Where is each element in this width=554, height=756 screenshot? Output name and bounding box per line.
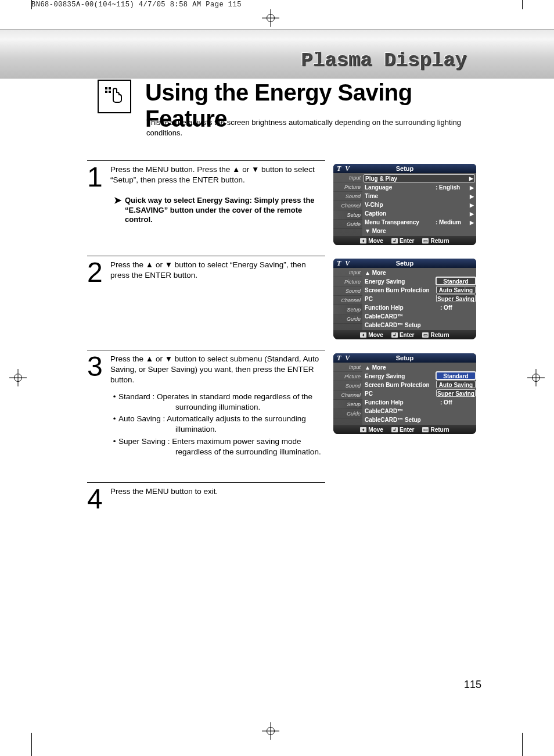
- osd-row[interactable]: CableCARD™ Setup: [362, 321, 476, 329]
- step-number: 2: [87, 257, 110, 285]
- svg-rect-0: [105, 87, 107, 89]
- header-subtitle: Plasma Display: [301, 49, 467, 71]
- osd-tab[interactable]: Sound: [333, 381, 362, 390]
- osd-option[interactable]: Super Saving: [436, 389, 476, 397]
- step-number: 1: [87, 162, 110, 189]
- osd-row[interactable]: ▼ More: [362, 227, 476, 235]
- footer-return: Return: [430, 238, 449, 244]
- osd-row[interactable]: Language: English▶: [362, 183, 476, 192]
- print-slug: BN68-00835A-00(104~115) 4/7/05 8:58 AM P…: [31, 0, 523, 9]
- updown-icon: ♦: [360, 332, 366, 338]
- header-banner: [0, 29, 554, 78]
- osd-row[interactable]: Time▶: [362, 192, 476, 200]
- updown-icon: ♦: [360, 427, 366, 432]
- osd-tab[interactable]: Guide: [333, 314, 362, 324]
- osd-row[interactable]: ▲ More: [362, 268, 476, 277]
- osd-row[interactable]: V-Chip▶: [362, 200, 476, 209]
- step-text: Press the MENU button to exit.: [110, 487, 218, 496]
- bullet-desc: Automatically adjusts to the surrounding…: [167, 414, 305, 433]
- osd-tab[interactable]: Channel: [333, 390, 362, 400]
- osd-side-tabs: Input Picture Sound Channel Setup Guide: [333, 363, 362, 425]
- osd-tab[interactable]: Picture: [333, 372, 362, 381]
- step-number: 3: [87, 352, 110, 379]
- osd-main: ▲ More Energy Saving: Screen Burn Protec…: [362, 268, 476, 330]
- bullet-label: Auto Saving: [118, 414, 161, 423]
- registration-mark: [9, 369, 27, 386]
- osd-row[interactable]: Plug & Play▶: [364, 174, 475, 182]
- crop-mark: [522, 733, 523, 756]
- svg-rect-3: [109, 91, 111, 93]
- footer-enter: Enter: [400, 332, 415, 338]
- osd-option[interactable]: Auto Saving: [436, 286, 476, 293]
- osd-footer: ♦Move ↲Enter ▭Return: [333, 425, 476, 434]
- enter-icon: ↲: [391, 332, 398, 338]
- osd-main: ▲ More Energy Saving: Screen Burn Protec…: [362, 363, 476, 425]
- osd-row[interactable]: Function Help: Off: [362, 303, 476, 312]
- osd-row[interactable]: CableCARD™: [362, 407, 476, 415]
- page-number: 115: [464, 679, 481, 691]
- enter-icon: ↲: [391, 427, 398, 432]
- osd-tab[interactable]: Sound: [333, 192, 362, 201]
- step-bullets: •Standard : Operates in standard mode re…: [110, 392, 322, 457]
- slug-text: BN68-00835A-00(104~115) 4/7/05 8:58 AM P…: [31, 1, 242, 9]
- step-text: Press the MENU button. Press the ▲ or ▼ …: [110, 165, 315, 184]
- osd-tab[interactable]: Setup: [333, 400, 362, 409]
- step-divider: [87, 160, 325, 161]
- registration-mark: [527, 369, 545, 386]
- registration-mark: [262, 9, 279, 27]
- osd-option[interactable]: Super Saving: [436, 295, 476, 302]
- page-intro: This feature adjusts the screen brightne…: [146, 117, 472, 138]
- footer-move: Move: [368, 238, 383, 244]
- step-divider: [87, 256, 325, 256]
- osd-tab[interactable]: Input: [333, 363, 362, 372]
- osd-side-tabs: Input Picture Sound Channel Setup Guide: [333, 268, 362, 330]
- osd-tab[interactable]: Channel: [333, 201, 362, 210]
- osd-tab[interactable]: Input: [333, 268, 362, 277]
- return-icon: ▭: [422, 427, 429, 432]
- osd-option[interactable]: Auto Saving: [436, 381, 476, 388]
- step-divider: [87, 482, 325, 483]
- bullet-desc: Enters maximum power saving mode regardl…: [172, 437, 321, 456]
- osd-side-tabs: Input Picture Sound Channel Setup Guide: [333, 173, 362, 236]
- osd-row[interactable]: Function Help: Off: [362, 398, 476, 407]
- osd-tab[interactable]: Input: [333, 173, 362, 182]
- updown-icon: ♦: [360, 238, 366, 243]
- footer-move: Move: [368, 427, 383, 433]
- osd-tab[interactable]: Setup: [333, 305, 362, 314]
- enter-icon: ↲: [391, 238, 398, 243]
- svg-rect-2: [105, 91, 107, 93]
- osd-titlebar: T V Setup: [333, 259, 476, 268]
- step-text: Press the ▲ or ▼ button to select “Energ…: [110, 260, 306, 280]
- step-divider: [87, 350, 325, 350]
- osd-row[interactable]: Caption▶: [362, 209, 476, 218]
- osd-tab[interactable]: Channel: [333, 296, 362, 305]
- osd-row[interactable]: CableCARD™: [362, 312, 476, 321]
- osd-main: Plug & Play▶ Language: English▶ Time▶ V-…: [362, 173, 476, 236]
- osd-titlebar: T V Setup: [333, 164, 476, 173]
- osd-tab[interactable]: Picture: [333, 277, 362, 286]
- feature-icon: [98, 80, 131, 113]
- osd-option[interactable]: Standard: [436, 372, 476, 379]
- osd-row[interactable]: Menu Transparency: Medium▶: [362, 218, 476, 227]
- step-text: Press the ▲ or ▼ button to select submen…: [110, 354, 319, 384]
- osd-tab[interactable]: Setup: [333, 210, 362, 220]
- osd-tab[interactable]: Guide: [333, 409, 362, 418]
- osd-row[interactable]: ▲ More: [362, 363, 476, 372]
- osd-option[interactable]: Standard: [436, 277, 476, 285]
- return-icon: ▭: [422, 332, 429, 338]
- osd-panel-3: T V Setup Input Picture Sound Channel Se…: [333, 353, 476, 434]
- step-number: 4: [87, 484, 110, 511]
- osd-center-label: Setup: [333, 260, 476, 267]
- osd-panel-2: T V Setup Input Picture Sound Channel Se…: [333, 259, 476, 339]
- osd-titlebar: T V Setup: [333, 353, 476, 363]
- osd-tab[interactable]: Sound: [333, 286, 362, 296]
- osd-tab[interactable]: Guide: [333, 220, 362, 229]
- touch-icon: [104, 86, 125, 107]
- return-icon: ▭: [422, 238, 429, 243]
- bullet-desc: Operates in standard mode regardless of …: [157, 392, 312, 411]
- footer-enter: Enter: [400, 427, 415, 433]
- svg-rect-1: [109, 87, 111, 89]
- osd-center-label: Setup: [333, 354, 476, 361]
- osd-row[interactable]: CableCARD™ Setup: [362, 415, 476, 424]
- osd-tab[interactable]: Picture: [333, 182, 362, 192]
